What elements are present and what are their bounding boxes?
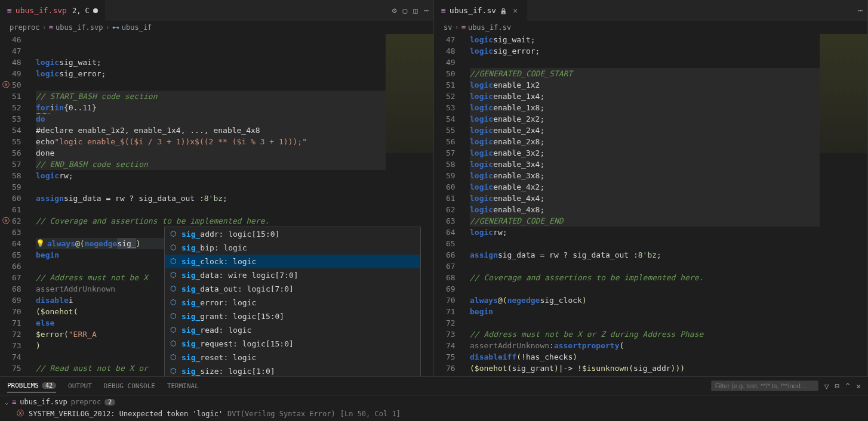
tab-bar-left: ≡ ubus_if.svp 2, C ⚙ ▢ ◫ ⋯ [0,0,433,21]
code-line[interactable]: assertAddrUnknown:assert property ( [470,340,820,351]
code-content[interactable]: logic sig_wait; logic sig_error; // STAR… [36,34,386,376]
code-line[interactable] [470,238,820,249]
autocomplete-item[interactable]: ⬡sig_read: logic [165,323,420,337]
code-line[interactable]: logic enable_2x2; [470,113,820,125]
autocomplete-item[interactable]: ⬡sig_addr: logic[15:0] [165,227,420,241]
code-line[interactable]: echo "logic enable_$(($i / 3 + 1))x$((2 … [36,136,386,147]
code-line[interactable]: logic enable_2x4; [470,125,820,136]
compare-icon[interactable]: ▢ [403,6,408,15]
lightbulb-icon[interactable]: 💡 [36,238,45,249]
code-line[interactable]: #declare enable_1x2, enable_1x4, ..., en… [36,125,386,136]
code-line[interactable]: ($onehot(sig_grant) |-> !$isunknown(sig_… [470,363,820,374]
breadcrumb-item[interactable]: ≡ ubus_if.svp [49,23,103,32]
line-numbers: 4748495051525354555657585960616263646566… [446,34,470,376]
panel-tab-output[interactable]: OUTPUT [68,379,92,392]
code-line[interactable] [470,261,820,272]
code-line[interactable]: // END_BASH code section [36,159,386,170]
code-line[interactable]: logic enable_2x8; [470,136,820,147]
autocomplete-item[interactable]: ⬡sig_bip: logic [165,241,420,255]
code-line[interactable]: logic sig_wait; [36,57,386,68]
close-panel-icon[interactable]: ✕ [856,382,861,391]
code-content[interactable]: logic sig_wait; logic sig_error;//GENERA… [470,34,820,376]
breadcrumb-item[interactable]: ⊷ ubus_if [112,23,152,32]
code-line[interactable]: logic enable_4x4; [470,193,820,204]
autocomplete-item[interactable]: ⬡sig_size: logic[1:0] [165,364,420,376]
code-area-right[interactable]: 4748495051525354555657585960616263646566… [434,34,867,376]
code-line[interactable]: logic enable_4x2; [470,181,820,193]
code-area-left[interactable]: ⓧⓧ 4647484950515253545556575859606162636… [0,34,433,376]
tab-label: ubus_if.sv [450,6,496,15]
line-numbers: 4647484950515253545556575859606162636465… [12,34,36,376]
code-line[interactable]: logic sig_wait; [470,34,820,45]
breadcrumb-item[interactable]: preproc [10,23,40,32]
code-line[interactable]: // START_BASH code section [36,91,386,102]
code-line[interactable]: logic enable_3x4; [470,159,820,170]
code-line[interactable]: logic enable_3x8; [470,170,820,181]
breadcrumb-item[interactable]: sv [444,23,452,32]
tab-actions-left: ⚙ ▢ ◫ ⋯ [392,6,429,15]
panel-tab-debug[interactable]: DEBUG CONSOLE [104,379,155,392]
tab-ubus-if-sv[interactable]: ≡ ubus_if.sv ✕ [434,0,528,21]
code-line[interactable]: do [36,113,386,125]
problem-file-name: ubus_if.svp [20,398,67,406]
code-line[interactable]: // Coverage and assertions to be impleme… [470,272,820,283]
minimap[interactable] [820,34,867,376]
more-icon[interactable]: ⋯ [424,6,429,15]
code-line[interactable]: assign sig_data = rw ? sig_data_out : 8'… [470,249,820,261]
autocomplete-item[interactable]: ⬡sig_request: logic[15:0] [165,337,420,351]
code-line[interactable]: logic enable_1x8; [470,102,820,113]
code-line[interactable]: begin [470,306,820,317]
symbol-icon: ⬡ [168,339,178,349]
code-line[interactable] [470,57,820,68]
code-line[interactable]: logic sig_error; [470,45,820,57]
problem-item[interactable]: ⓧ SYSTEM_VERILOG_2012: Unexpected token … [0,407,868,420]
autocomplete-item[interactable]: ⬡sig_grant: logic[15:0] [165,309,420,323]
autocomplete-popup: ⬡sig_addr: logic[15:0]⬡sig_bip: logic⬡si… [164,227,421,376]
editor-pane-right: ≡ ubus_if.sv ✕ ⋯ sv › ≡ ubus_if.sv 47484… [434,0,868,376]
code-line[interactable]: logic enable_1x2 [470,79,820,91]
symbol-icon: ⬡ [168,230,178,239]
code-line[interactable] [36,204,386,215]
panel-tab-problems[interactable]: PROBLEMS 42 [7,379,56,392]
close-icon[interactable]: ✕ [510,6,520,16]
manage-icon[interactable]: ⚙ [392,6,397,15]
code-line[interactable]: disable iff(!has_checks) [470,351,820,363]
code-line[interactable]: // Coverage and assertions to be impleme… [36,215,386,227]
problem-location: [Ln 50, Col 1] [340,410,401,418]
code-line[interactable]: always @(negedge sig_clock) [470,295,820,306]
collapse-icon[interactable]: ⊟ [835,382,840,391]
code-line[interactable]: //GENERATED_CODE_START [470,68,820,79]
code-line[interactable]: logic rw; [36,170,386,181]
autocomplete-item[interactable]: ⬡sig_data_out: logic[7:0] [165,282,420,296]
code-line[interactable]: logic sig_error; [36,68,386,79]
autocomplete-item[interactable]: ⬡sig_data: wire logic[7:0] [165,268,420,282]
split-icon[interactable]: ◫ [413,6,418,15]
symbol-icon: ⬡ [168,284,178,294]
code-line[interactable]: logic enable_4x8; [470,204,820,215]
maximize-icon[interactable]: ^ [845,382,850,391]
code-line[interactable]: assign sig_data = rw ? sig_data_out : 8'… [36,193,386,204]
code-line[interactable]: done [36,147,386,159]
more-icon[interactable]: ⋯ [858,6,863,15]
autocomplete-item[interactable]: ⬡sig_error: logic [165,296,420,309]
symbol-icon: ⬡ [168,367,178,376]
panel-tab-terminal[interactable]: TERMINAL [167,379,199,392]
code-line[interactable]: for i in {0..11} [36,102,386,113]
code-line[interactable] [36,79,386,91]
code-line[interactable]: logic rw; [470,227,820,238]
autocomplete-item[interactable]: ⬡sig_clock: logic [165,255,420,268]
code-line[interactable] [470,317,820,329]
problem-file-group[interactable]: ⌄ ≡ ubus_if.svp preproc 2 [0,397,868,407]
code-line[interactable]: logic enable_3x2; [470,147,820,159]
tab-ubus-if-svp[interactable]: ≡ ubus_if.svp 2, C [0,0,106,21]
code-line[interactable]: logic enable_1x4; [470,91,820,102]
code-line[interactable]: //GENERATED_CODE_END [470,215,820,227]
editor-pane-left: ≡ ubus_if.svp 2, C ⚙ ▢ ◫ ⋯ preproc › ≡ u… [0,0,434,376]
code-line[interactable]: // Address must not be X or Z during Add… [470,329,820,340]
filter-icon[interactable]: ▽ [824,382,829,391]
breadcrumb-item[interactable]: ≡ ubus_if.sv [461,23,511,32]
filter-input[interactable] [711,380,818,391]
code-line[interactable] [36,181,386,193]
autocomplete-item[interactable]: ⬡sig_reset: logic [165,351,420,364]
code-line[interactable] [470,283,820,295]
